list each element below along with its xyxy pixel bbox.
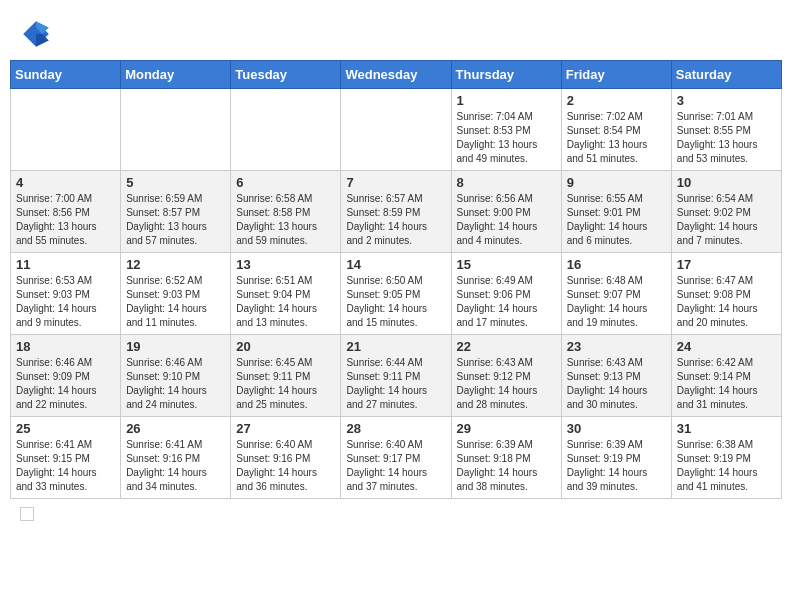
calendar-day-7: 7Sunrise: 6:57 AM Sunset: 8:59 PM Daylig… (341, 171, 451, 253)
day-number: 7 (346, 175, 445, 190)
day-info: Sunrise: 7:04 AM Sunset: 8:53 PM Dayligh… (457, 110, 556, 166)
calendar-day-5: 5Sunrise: 6:59 AM Sunset: 8:57 PM Daylig… (121, 171, 231, 253)
day-number: 31 (677, 421, 776, 436)
day-number: 14 (346, 257, 445, 272)
calendar-week-1: 1Sunrise: 7:04 AM Sunset: 8:53 PM Daylig… (11, 89, 782, 171)
day-info: Sunrise: 6:52 AM Sunset: 9:03 PM Dayligh… (126, 274, 225, 330)
day-info: Sunrise: 6:48 AM Sunset: 9:07 PM Dayligh… (567, 274, 666, 330)
day-number: 23 (567, 339, 666, 354)
calendar-day-27: 27Sunrise: 6:40 AM Sunset: 9:16 PM Dayli… (231, 417, 341, 499)
day-info: Sunrise: 7:02 AM Sunset: 8:54 PM Dayligh… (567, 110, 666, 166)
page-header (10, 10, 782, 54)
day-info: Sunrise: 6:53 AM Sunset: 9:03 PM Dayligh… (16, 274, 115, 330)
day-info: Sunrise: 6:54 AM Sunset: 9:02 PM Dayligh… (677, 192, 776, 248)
calendar-day-23: 23Sunrise: 6:43 AM Sunset: 9:13 PM Dayli… (561, 335, 671, 417)
calendar-day-28: 28Sunrise: 6:40 AM Sunset: 9:17 PM Dayli… (341, 417, 451, 499)
day-number: 26 (126, 421, 225, 436)
daylight-box-icon (20, 507, 34, 521)
calendar-body: 1Sunrise: 7:04 AM Sunset: 8:53 PM Daylig… (11, 89, 782, 499)
day-info: Sunrise: 6:38 AM Sunset: 9:19 PM Dayligh… (677, 438, 776, 494)
calendar-day-29: 29Sunrise: 6:39 AM Sunset: 9:18 PM Dayli… (451, 417, 561, 499)
day-info: Sunrise: 6:59 AM Sunset: 8:57 PM Dayligh… (126, 192, 225, 248)
day-number: 21 (346, 339, 445, 354)
day-info: Sunrise: 6:44 AM Sunset: 9:11 PM Dayligh… (346, 356, 445, 412)
day-info: Sunrise: 7:00 AM Sunset: 8:56 PM Dayligh… (16, 192, 115, 248)
day-number: 2 (567, 93, 666, 108)
day-info: Sunrise: 6:39 AM Sunset: 9:19 PM Dayligh… (567, 438, 666, 494)
day-number: 17 (677, 257, 776, 272)
day-number: 20 (236, 339, 335, 354)
day-info: Sunrise: 6:46 AM Sunset: 9:10 PM Dayligh… (126, 356, 225, 412)
calendar-day-25: 25Sunrise: 6:41 AM Sunset: 9:15 PM Dayli… (11, 417, 121, 499)
calendar-day-24: 24Sunrise: 6:42 AM Sunset: 9:14 PM Dayli… (671, 335, 781, 417)
calendar-day-21: 21Sunrise: 6:44 AM Sunset: 9:11 PM Dayli… (341, 335, 451, 417)
header-day-tuesday: Tuesday (231, 61, 341, 89)
day-number: 11 (16, 257, 115, 272)
day-number: 25 (16, 421, 115, 436)
day-info: Sunrise: 6:42 AM Sunset: 9:14 PM Dayligh… (677, 356, 776, 412)
calendar-day-1: 1Sunrise: 7:04 AM Sunset: 8:53 PM Daylig… (451, 89, 561, 171)
day-number: 16 (567, 257, 666, 272)
day-info: Sunrise: 6:55 AM Sunset: 9:01 PM Dayligh… (567, 192, 666, 248)
day-number: 22 (457, 339, 556, 354)
calendar-day-9: 9Sunrise: 6:55 AM Sunset: 9:01 PM Daylig… (561, 171, 671, 253)
day-info: Sunrise: 6:45 AM Sunset: 9:11 PM Dayligh… (236, 356, 335, 412)
day-info: Sunrise: 6:56 AM Sunset: 9:00 PM Dayligh… (457, 192, 556, 248)
day-number: 15 (457, 257, 556, 272)
day-info: Sunrise: 6:43 AM Sunset: 9:13 PM Dayligh… (567, 356, 666, 412)
day-info: Sunrise: 6:51 AM Sunset: 9:04 PM Dayligh… (236, 274, 335, 330)
header-day-friday: Friday (561, 61, 671, 89)
calendar-day-11: 11Sunrise: 6:53 AM Sunset: 9:03 PM Dayli… (11, 253, 121, 335)
day-info: Sunrise: 6:43 AM Sunset: 9:12 PM Dayligh… (457, 356, 556, 412)
header-day-saturday: Saturday (671, 61, 781, 89)
calendar-day-2: 2Sunrise: 7:02 AM Sunset: 8:54 PM Daylig… (561, 89, 671, 171)
day-number: 10 (677, 175, 776, 190)
day-number: 1 (457, 93, 556, 108)
calendar-day-3: 3Sunrise: 7:01 AM Sunset: 8:55 PM Daylig… (671, 89, 781, 171)
empty-cell (11, 89, 121, 171)
calendar-week-5: 25Sunrise: 6:41 AM Sunset: 9:15 PM Dayli… (11, 417, 782, 499)
calendar-day-30: 30Sunrise: 6:39 AM Sunset: 9:19 PM Dayli… (561, 417, 671, 499)
day-number: 13 (236, 257, 335, 272)
header-day-monday: Monday (121, 61, 231, 89)
day-info: Sunrise: 6:47 AM Sunset: 9:08 PM Dayligh… (677, 274, 776, 330)
calendar-day-18: 18Sunrise: 6:46 AM Sunset: 9:09 PM Dayli… (11, 335, 121, 417)
calendar-day-19: 19Sunrise: 6:46 AM Sunset: 9:10 PM Dayli… (121, 335, 231, 417)
day-info: Sunrise: 6:41 AM Sunset: 9:15 PM Dayligh… (16, 438, 115, 494)
day-info: Sunrise: 6:50 AM Sunset: 9:05 PM Dayligh… (346, 274, 445, 330)
calendar-day-13: 13Sunrise: 6:51 AM Sunset: 9:04 PM Dayli… (231, 253, 341, 335)
day-number: 19 (126, 339, 225, 354)
day-number: 28 (346, 421, 445, 436)
calendar-week-3: 11Sunrise: 6:53 AM Sunset: 9:03 PM Dayli… (11, 253, 782, 335)
day-number: 30 (567, 421, 666, 436)
header-day-thursday: Thursday (451, 61, 561, 89)
empty-cell (231, 89, 341, 171)
day-number: 8 (457, 175, 556, 190)
calendar-day-20: 20Sunrise: 6:45 AM Sunset: 9:11 PM Dayli… (231, 335, 341, 417)
day-info: Sunrise: 6:41 AM Sunset: 9:16 PM Dayligh… (126, 438, 225, 494)
header-day-wednesday: Wednesday (341, 61, 451, 89)
page-container: SundayMondayTuesdayWednesdayThursdayFrid… (10, 10, 782, 521)
day-number: 9 (567, 175, 666, 190)
day-number: 6 (236, 175, 335, 190)
calendar-day-15: 15Sunrise: 6:49 AM Sunset: 9:06 PM Dayli… (451, 253, 561, 335)
day-number: 4 (16, 175, 115, 190)
day-info: Sunrise: 7:01 AM Sunset: 8:55 PM Dayligh… (677, 110, 776, 166)
empty-cell (341, 89, 451, 171)
day-number: 5 (126, 175, 225, 190)
day-info: Sunrise: 6:40 AM Sunset: 9:16 PM Dayligh… (236, 438, 335, 494)
calendar-day-26: 26Sunrise: 6:41 AM Sunset: 9:16 PM Dayli… (121, 417, 231, 499)
calendar-day-14: 14Sunrise: 6:50 AM Sunset: 9:05 PM Dayli… (341, 253, 451, 335)
calendar-day-12: 12Sunrise: 6:52 AM Sunset: 9:03 PM Dayli… (121, 253, 231, 335)
day-info: Sunrise: 6:40 AM Sunset: 9:17 PM Dayligh… (346, 438, 445, 494)
day-info: Sunrise: 6:57 AM Sunset: 8:59 PM Dayligh… (346, 192, 445, 248)
header-row: SundayMondayTuesdayWednesdayThursdayFrid… (11, 61, 782, 89)
day-number: 18 (16, 339, 115, 354)
day-number: 12 (126, 257, 225, 272)
calendar-day-8: 8Sunrise: 6:56 AM Sunset: 9:00 PM Daylig… (451, 171, 561, 253)
footer (10, 507, 782, 521)
calendar-week-2: 4Sunrise: 7:00 AM Sunset: 8:56 PM Daylig… (11, 171, 782, 253)
header-day-sunday: Sunday (11, 61, 121, 89)
day-number: 24 (677, 339, 776, 354)
calendar-day-22: 22Sunrise: 6:43 AM Sunset: 9:12 PM Dayli… (451, 335, 561, 417)
